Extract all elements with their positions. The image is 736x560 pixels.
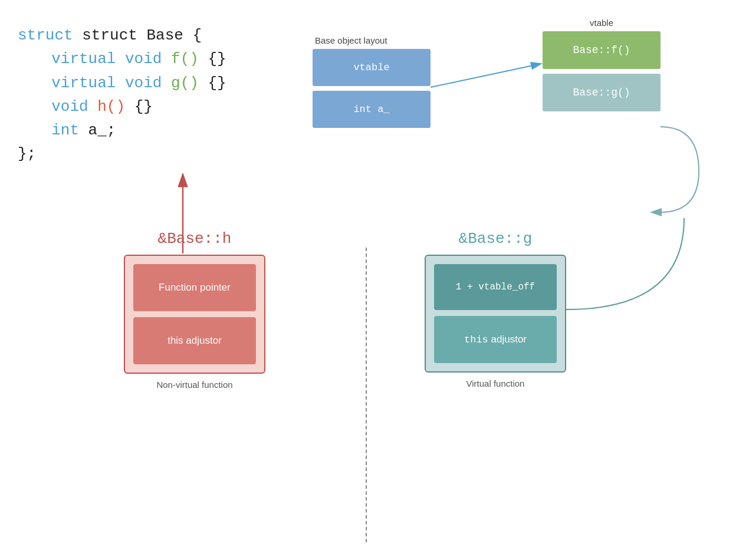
virtual-kw-1: virtual (51, 50, 116, 68)
closing-brace: }; (18, 145, 36, 163)
base-g-box: 1 + vtable_off this adjustor (425, 255, 566, 373)
body-h: {} (134, 98, 153, 116)
this-keyword-h: this (167, 335, 183, 346)
virtual-kw-2: virtual (51, 74, 116, 92)
non-virtual-caption: Non-virtual function (124, 380, 265, 390)
code-line2: virtual void f() {} (18, 47, 226, 71)
base-object-layout: Base object layout vtable int a_ (313, 35, 431, 128)
this-keyword-g: this (464, 334, 488, 345)
body-f: {} (208, 50, 226, 68)
g-vtable-arrow-path (566, 218, 684, 309)
fn-g: g() (171, 74, 199, 92)
int-kw: int (51, 121, 79, 139)
base-g-section: &Base::g 1 + vtable_off this adjustor Vi… (425, 230, 566, 388)
struct-keyword: struct (18, 27, 73, 44)
code-line5: int a_; (18, 118, 226, 142)
code-line1-text: struct Base { (82, 27, 202, 44)
code-line4: void h() {} (18, 95, 226, 118)
base-h-title: &Base::h (124, 230, 265, 248)
base-g-title: &Base::g (425, 230, 566, 248)
void-kw-3: void (51, 98, 88, 116)
adjustor-label-h: adjustor (183, 335, 222, 346)
var-a: a_; (88, 121, 116, 139)
void-kw-1: void (125, 50, 171, 68)
base-layout-label: Base object layout (315, 35, 431, 45)
vtable-cell: vtable (313, 49, 431, 86)
function-pointer-cell: Function pointer (133, 264, 256, 311)
base-h-section: &Base::h Function pointer this adjustor … (124, 230, 265, 390)
this-adjustor-cell-h: this adjustor (133, 317, 256, 364)
virtual-caption: Virtual function (425, 378, 566, 388)
this-adjustor-cell-g: this adjustor (434, 316, 557, 363)
vtable-section: vtable Base::f() Base::g() (543, 18, 661, 111)
vtable-arrow (431, 64, 541, 87)
adjustor-label-g: adjustor (488, 334, 527, 345)
vtable-entry-g: Base::g() (543, 74, 661, 111)
vtable-label: vtable (543, 18, 661, 28)
vtable-off-cell: 1 + vtable_off (434, 264, 557, 310)
code-section: struct struct Base { virtual void f() {}… (18, 24, 226, 166)
void-kw-2: void (125, 74, 171, 92)
g-back-arrow (661, 127, 699, 212)
base-h-box: Function pointer this adjustor (124, 255, 265, 374)
code-line1: struct struct Base { (18, 24, 226, 47)
fn-f: f() (171, 50, 199, 68)
code-line6: }; (18, 142, 226, 166)
divider-line (366, 248, 367, 542)
fn-h: h() (97, 98, 125, 116)
vtable-entry-f: Base::f() (543, 31, 661, 69)
body-g: {} (208, 74, 226, 92)
int-a-cell: int a_ (313, 91, 431, 128)
base-layout-box: vtable int a_ (313, 49, 431, 128)
code-line3: virtual void g() {} (18, 71, 226, 95)
